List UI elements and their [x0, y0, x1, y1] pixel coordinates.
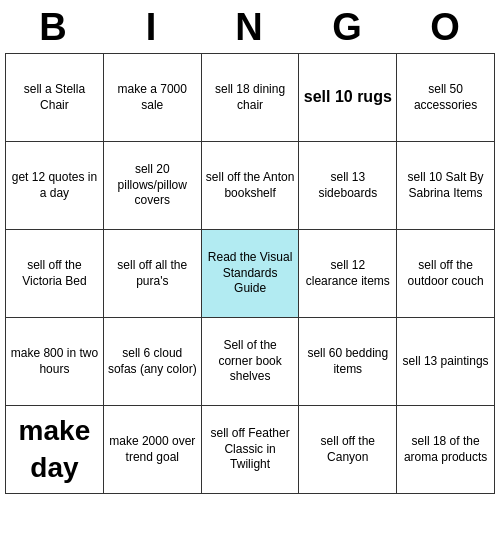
cell-r1-c0: get 12 quotes in a day [6, 142, 104, 230]
cell-r3-c3: sell 60 bedding items [299, 318, 397, 406]
cell-r0-c1: make a 7000 sale [103, 54, 201, 142]
cell-r2-c2: Read the Visual Standards Guide [201, 230, 299, 318]
cell-r4-c3: sell off the Canyon [299, 406, 397, 494]
title-o: O [403, 6, 489, 49]
cell-r4-c0: make day [6, 406, 104, 494]
cell-r1-c1: sell 20 pillows/pillow covers [103, 142, 201, 230]
cell-r2-c1: sell off all the pura's [103, 230, 201, 318]
cell-r0-c2: sell 18 dining chair [201, 54, 299, 142]
cell-r1-c2: sell off the Anton bookshelf [201, 142, 299, 230]
cell-r0-c3: sell 10 rugs [299, 54, 397, 142]
title-n: N [207, 6, 293, 49]
cell-r1-c4: sell 10 Salt By Sabrina Items [397, 142, 495, 230]
title-g: G [305, 6, 391, 49]
cell-r4-c1: make 2000 over trend goal [103, 406, 201, 494]
cell-r0-c0: sell a Stella Chair [6, 54, 104, 142]
cell-r2-c3: sell 12 clearance items [299, 230, 397, 318]
cell-r1-c3: sell 13 sideboards [299, 142, 397, 230]
cell-r4-c4: sell 18 of the aroma products [397, 406, 495, 494]
cell-r4-c2: sell off Feather Classic in Twilight [201, 406, 299, 494]
cell-r3-c4: sell 13 paintings [397, 318, 495, 406]
cell-r2-c0: sell off the Victoria Bed [6, 230, 104, 318]
cell-r3-c1: sell 6 cloud sofas (any color) [103, 318, 201, 406]
cell-r0-c4: sell 50 accessories [397, 54, 495, 142]
cell-r2-c4: sell off the outdoor couch [397, 230, 495, 318]
bingo-title: B I N G O [5, 0, 495, 53]
cell-r3-c0: make 800 in two hours [6, 318, 104, 406]
title-b: B [11, 6, 97, 49]
title-i: I [109, 6, 195, 49]
cell-r3-c2: Sell of the corner book shelves [201, 318, 299, 406]
bingo-grid: sell a Stella Chairmake a 7000 salesell … [5, 53, 495, 494]
